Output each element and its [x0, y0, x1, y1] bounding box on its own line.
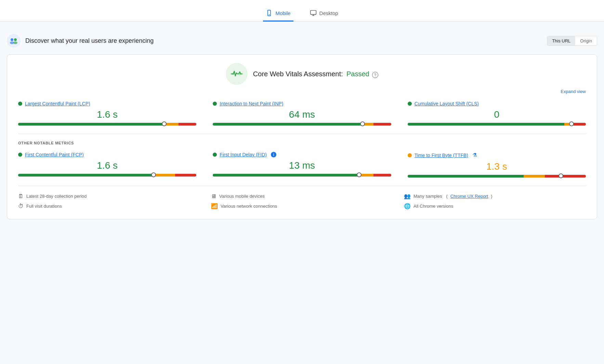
fid-bar-track: [213, 174, 391, 177]
heartbeat-icon: [231, 68, 243, 80]
fcp-bar-orange: [154, 174, 175, 177]
footer-network: 📶 Various network connections: [211, 203, 393, 209]
tab-desktop-label: Desktop: [319, 10, 338, 16]
url-origin-toggle: This URL Origin: [547, 36, 597, 46]
metric-lcp: Largest Contentful Paint (LCP) 1.6 s: [18, 101, 196, 126]
main-card: Core Web Vitals Assessment: Passed ? Exp…: [7, 54, 597, 219]
svg-point-11: [239, 73, 241, 75]
fcp-name[interactable]: First Contentful Paint (FCP): [25, 152, 84, 157]
inp-marker: [360, 121, 365, 126]
fcp-marker: [151, 172, 156, 177]
svg-point-6: [11, 38, 13, 41]
footer-chrome-versions: 🌐 All Chrome versions: [404, 203, 586, 209]
footer-visit-durations: ⏱ Full visit durations: [18, 203, 200, 209]
metric-ttfb: Time to First Byte (TTFB) ⚗ 1.3 s: [408, 152, 586, 178]
metric-cls-label: Cumulative Layout Shift (CLS): [408, 101, 586, 106]
fid-marker: [357, 172, 362, 177]
inp-bar-red: [373, 123, 391, 126]
expand-view-link[interactable]: Expand view: [18, 89, 586, 94]
other-metrics-grid: First Contentful Paint (FCP) 1.6 s First…: [18, 152, 586, 178]
mobile-icon: [266, 10, 273, 16]
origin-button[interactable]: Origin: [575, 36, 597, 46]
footer-chrome-text: All Chrome versions: [413, 204, 453, 209]
users-avatar-icon: [7, 34, 21, 48]
lcp-value: 1.6 s: [18, 109, 196, 120]
core-metrics-grid: Largest Contentful Paint (LCP) 1.6 s Int…: [18, 101, 586, 126]
fcp-bar-red: [175, 174, 197, 177]
svg-point-7: [14, 38, 17, 41]
lcp-progress-bar: [18, 123, 196, 126]
inp-value: 64 ms: [213, 109, 391, 120]
metric-fcp: First Contentful Paint (FCP) 1.6 s: [18, 152, 196, 178]
cwv-header: Core Web Vitals Assessment: Passed ?: [18, 63, 586, 85]
footer-mobile-text: Various mobile devices: [219, 194, 265, 199]
mobile-devices-icon: 🖥: [211, 193, 216, 199]
desktop-icon: [310, 10, 317, 16]
chrome-icon: 🌐: [404, 203, 411, 209]
footer-samples-text: Many samples: [413, 194, 442, 199]
cwv-title-text: Core Web Vitals Assessment:: [253, 70, 343, 78]
fid-bar-green: [213, 174, 359, 177]
svg-point-10: [232, 73, 234, 75]
tab-bar: Mobile Desktop: [0, 0, 604, 22]
footer-samples: 👥 Many samples (Chrome UX Report): [404, 193, 586, 199]
lcp-bar-green: [18, 123, 164, 126]
chrome-ux-report-link[interactable]: Chrome UX Report: [450, 194, 488, 199]
fid-info-icon[interactable]: i: [271, 152, 276, 157]
cls-bar-track: [408, 123, 586, 126]
cls-marker: [569, 121, 574, 126]
lcp-bar-track: [18, 123, 196, 126]
cls-name[interactable]: Cumulative Layout Shift (CLS): [415, 101, 479, 106]
cwv-title-block: Core Web Vitals Assessment: Passed ?: [253, 70, 378, 78]
header-section: Discover what your real users are experi…: [7, 28, 597, 54]
svg-point-9: [13, 41, 17, 44]
tab-desktop[interactable]: Desktop: [307, 5, 341, 22]
ttfb-beaker-icon[interactable]: ⚗: [472, 152, 477, 158]
ttfb-marker: [559, 173, 563, 178]
page-title: Discover what your real users are experi…: [25, 37, 154, 44]
cwv-icon-circle: [226, 63, 248, 85]
footer-visit-text: Full visit durations: [26, 204, 62, 209]
ttfb-status-dot: [408, 153, 412, 157]
cls-value: 0: [408, 109, 586, 120]
fcp-progress-bar: [18, 174, 196, 177]
ttfb-value: 1.3 s: [408, 161, 586, 172]
section-divider: [18, 134, 586, 134]
fid-name[interactable]: First Input Delay (FID): [220, 152, 267, 157]
metric-fid-label: First Input Delay (FID) i: [213, 152, 391, 157]
ttfb-bar-orange: [524, 175, 545, 178]
header-left: Discover what your real users are experi…: [7, 34, 154, 48]
fid-bar-red: [373, 174, 391, 177]
cls-bar-green: [408, 123, 565, 126]
metric-inp: Interaction to Next Paint (INP) 64 ms: [213, 101, 391, 126]
lcp-bar-red: [179, 123, 196, 126]
this-url-button[interactable]: This URL: [547, 36, 575, 46]
fid-progress-bar: [213, 174, 391, 177]
cwv-help-icon[interactable]: ?: [372, 72, 378, 78]
fcp-bar-green: [18, 174, 154, 177]
fcp-bar-track: [18, 174, 196, 177]
timer-icon: ⏱: [18, 203, 24, 209]
footer-collection-text: Latest 28-day collection period: [26, 194, 87, 199]
ttfb-name[interactable]: Time to First Byte (TTFB): [415, 153, 468, 158]
inp-status-dot: [213, 102, 217, 106]
inp-name[interactable]: Interaction to Next Paint (INP): [220, 101, 283, 106]
samples-icon: 👥: [404, 193, 411, 199]
ttfb-bar-green: [408, 175, 524, 178]
footer-mobile-devices: 🖥 Various mobile devices: [211, 193, 393, 199]
fcp-value: 1.6 s: [18, 160, 196, 171]
metric-fcp-label: First Contentful Paint (FCP): [18, 152, 196, 157]
other-metrics-label: OTHER NOTABLE METRICS: [18, 141, 586, 145]
metric-lcp-label: Largest Contentful Paint (LCP): [18, 101, 196, 106]
cls-status-dot: [408, 102, 412, 106]
tab-mobile[interactable]: Mobile: [263, 5, 293, 22]
tab-mobile-label: Mobile: [275, 10, 290, 16]
footer-network-text: Various network connections: [221, 204, 277, 209]
cwv-status: Passed: [346, 70, 369, 78]
footer-info: 🗓 Latest 28-day collection period 🖥 Vari…: [18, 186, 586, 209]
inp-progress-bar: [213, 123, 391, 126]
lcp-name[interactable]: Largest Contentful Paint (LCP): [25, 101, 90, 106]
metric-inp-label: Interaction to Next Paint (INP): [213, 101, 391, 106]
fcp-status-dot: [18, 153, 22, 157]
cls-bar-red: [573, 123, 586, 126]
